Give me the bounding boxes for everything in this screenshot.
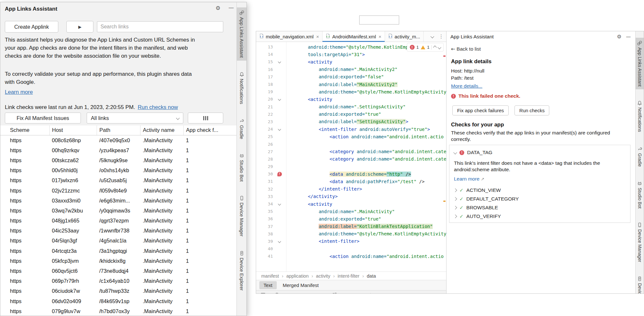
table-cell[interactable]: 1	[183, 206, 236, 216]
code-line[interactable]: 30! <data android:scheme="http" />	[256, 170, 446, 178]
table-cell[interactable]: 1	[183, 216, 236, 226]
table-cell[interactable]: 1	[183, 165, 236, 175]
fold-icon[interactable]	[278, 240, 281, 243]
table-cell[interactable]: .MainActivity	[140, 175, 183, 185]
table-cell[interactable]: .MainActivity	[140, 266, 183, 276]
tool-tab-device-manager[interactable]: Device Manager	[636, 220, 644, 265]
table-cell[interactable]: 1	[183, 196, 236, 206]
table-cell[interactable]: https	[0, 165, 49, 175]
table-cell[interactable]: 069p7r79rh	[49, 276, 97, 286]
table-row[interactable]: https00tskcza62/5lknugk9se.MainActivity1	[0, 155, 236, 165]
table-row[interactable]: https060qv5jct6/73ne8udqj4.MainActivity1	[0, 266, 236, 276]
tool-tab-device-explorer[interactable]: Device Explorer	[237, 248, 246, 293]
code-line[interactable]: 40	[256, 245, 446, 252]
code-line[interactable]: 35 android:name=".MainActivity"	[256, 208, 446, 215]
table-cell[interactable]: /u5t2usab5j	[97, 175, 140, 185]
table-row[interactable]: https048jg1x665/qgrt37ezpm.MainActivity1	[0, 216, 236, 226]
table-cell[interactable]: 1	[183, 175, 236, 185]
table-cell[interactable]: /e6g63mim...	[97, 196, 140, 206]
code-line[interactable]: 28 <category android:name="android.inten…	[256, 155, 446, 163]
table-cell[interactable]: .MainActivity	[140, 276, 183, 286]
table-cell[interactable]: .MainActivity	[140, 185, 183, 195]
tool-tab-gradle[interactable]: Gradle	[636, 143, 644, 170]
code-line[interactable]: 36 android:exported="true"	[256, 215, 446, 222]
fold-icon[interactable]	[278, 60, 281, 64]
tool-button-icon[interactable]	[261, 292, 265, 294]
run-checks-button[interactable]: Run checks	[514, 105, 549, 115]
code-line[interactable]: 39 <intent-filter>	[256, 238, 446, 245]
table-cell[interactable]: 00v5hhld0j	[49, 165, 97, 175]
table-cell[interactable]: 060qv5jct6	[49, 266, 97, 276]
check-item-auto-verify[interactable]: ✓AUTO_VERIFY	[454, 212, 626, 221]
bottom-tab-text[interactable]: Text	[259, 281, 277, 289]
fold-icon[interactable]	[278, 202, 281, 206]
create-applink-button[interactable]: Create Applink	[5, 21, 58, 33]
table-cell[interactable]: /1wwnfbr738	[97, 226, 140, 236]
table-cell[interactable]: https	[0, 175, 49, 185]
table-cell[interactable]: 1	[183, 306, 236, 316]
table-row[interactable]: https008c6z68np/407e09q5x0.MainActivity1	[0, 135, 236, 145]
table-row[interactable]: https02jv21zzmc/l059v8t4e9.MainActivity1	[0, 185, 236, 195]
table-cell[interactable]: 1	[183, 155, 236, 165]
table-cell[interactable]: https	[0, 206, 49, 216]
table-cell[interactable]: .MainActivity	[140, 145, 183, 155]
table-cell[interactable]: .MainActivity	[140, 286, 183, 296]
minimize-icon[interactable]: —	[228, 4, 234, 11]
table-cell[interactable]: /qgrt37ezpm	[97, 216, 140, 226]
code-line[interactable]: 19 android:theme="@style/Theme.KotlinEmp…	[256, 88, 446, 95]
table-cell[interactable]: 079g9luv7w	[49, 306, 97, 316]
tool-tab-studio-bot[interactable]: Studio Bot	[237, 150, 246, 184]
column-settings-button[interactable]	[188, 113, 223, 123]
table-cell[interactable]: 1	[183, 185, 236, 195]
table-cell[interactable]: .MainActivity	[140, 236, 183, 246]
table-cell[interactable]: https	[0, 155, 49, 165]
column-header-host[interactable]: Host	[49, 125, 97, 135]
table-cell[interactable]: .MainActivity	[140, 216, 183, 226]
code-line[interactable]: 23 android:label="SettingsActivity">	[256, 118, 446, 125]
code-line[interactable]: 21 android:name=".SettingsActivity"	[256, 103, 446, 111]
table-cell[interactable]: .MainActivity	[140, 165, 183, 175]
editor-tab-mobile-navigation-xml[interactable]: mobile_navigation.xml×	[256, 31, 322, 42]
run-checks-now-link[interactable]: Run checks now	[138, 104, 178, 110]
code-line[interactable]: 37 android:label="KotlinBlankTestApplica…	[256, 223, 446, 230]
tool-button-profiler[interactable]: Profiler	[366, 292, 388, 294]
table-row[interactable]: https05kfcp3jvm/khidckix8g.MainActivity1	[0, 256, 236, 266]
table-row[interactable]: https04ic253aay/1wwnfbr738.MainActivity1	[0, 226, 236, 236]
table-cell[interactable]: https	[0, 185, 49, 195]
table-cell[interactable]: https	[0, 296, 49, 306]
fix-all-manifest-issues-button[interactable]: Fix All Manifest Issues	[5, 113, 81, 123]
table-cell[interactable]: https	[0, 286, 49, 296]
table-cell[interactable]: https	[0, 145, 49, 155]
table-cell[interactable]: /l059v8t4e9	[97, 185, 140, 195]
table-cell[interactable]: 1	[183, 246, 236, 256]
table-cell[interactable]: 017jwlxzn6	[49, 175, 97, 185]
check-item-default-category[interactable]: ✓DEFAULT_CATEGORY	[454, 194, 626, 203]
table-cell[interactable]: 1	[183, 236, 236, 246]
more-details-link[interactable]: More details...	[451, 83, 482, 89]
table-cell[interactable]: https	[0, 246, 49, 256]
breadcrumb-manifest[interactable]: manifest	[261, 273, 279, 279]
table-cell[interactable]: /yzu4kpeas7	[97, 145, 140, 155]
table-cell[interactable]: 04r5lqn3gf	[49, 236, 97, 246]
error-stripe-mark-orange[interactable]	[443, 201, 446, 202]
fold-icon[interactable]	[278, 128, 281, 131]
table-cell[interactable]: /5lknugk9se	[97, 155, 140, 165]
table-cell[interactable]: https	[0, 196, 49, 206]
table-cell[interactable]: 05kfcp3jvm	[49, 256, 97, 266]
table-cell[interactable]: /o0xhs14ykb	[97, 165, 140, 175]
gutter-error-icon[interactable]: !	[277, 172, 282, 176]
table-cell[interactable]: .MainActivity	[140, 256, 183, 266]
code-line[interactable]: 34 <activity	[256, 200, 446, 208]
code-line[interactable]: 33 </activity>	[256, 193, 446, 200]
table-cell[interactable]: /c1x64yab10	[97, 276, 140, 286]
code-line[interactable]: 20 <activity	[256, 95, 446, 103]
close-tab-icon[interactable]: ×	[379, 34, 381, 39]
gear-icon[interactable]: ⚙	[216, 5, 220, 11]
table-row[interactable]: https00hq9zrkqv/yzu4kpeas7.MainActivity1	[0, 145, 236, 155]
table-cell[interactable]: /khidckix8g	[97, 256, 140, 266]
table-cell[interactable]: https	[0, 135, 49, 145]
error-stripe-mark-red[interactable]	[443, 55, 446, 57]
table-cell[interactable]: .MainActivity	[140, 196, 183, 206]
table-cell[interactable]: /73ne8udqj4	[97, 266, 140, 276]
table-row[interactable]: https079g9luv7w/h7bd07ox3y.MainActivity1	[0, 306, 236, 316]
